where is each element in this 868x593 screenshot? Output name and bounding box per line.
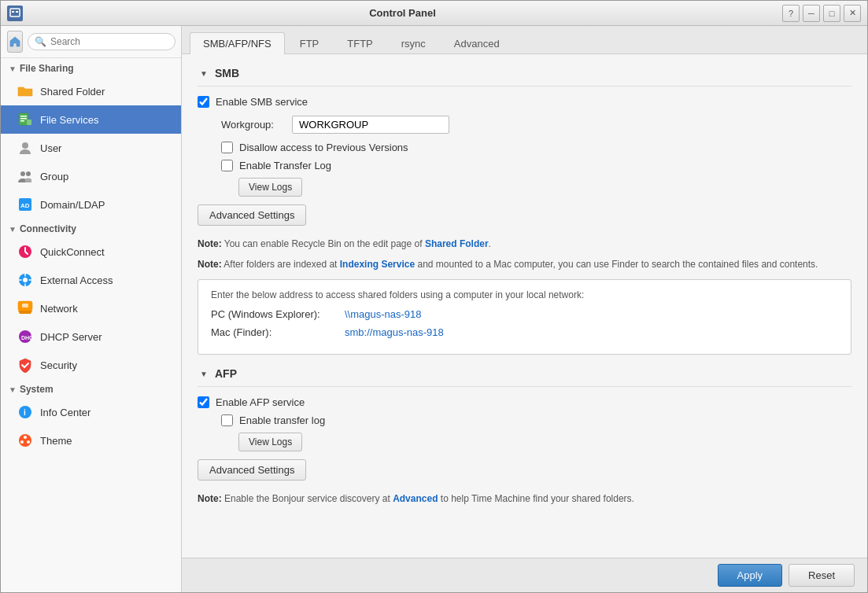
enable-smb-row: Enable SMB service [198,96,851,108]
svg-rect-4 [20,116,27,117]
sidebar-item-file-services[interactable]: File Services [1,105,181,134]
network-icon [17,300,34,317]
titlebar-left [7,6,23,21]
sidebar-item-security[interactable]: Security [1,351,181,379]
svg-text:DHCP: DHCP [21,335,33,341]
question-button[interactable]: ? [782,5,800,22]
sidebar-item-external-access[interactable]: External Access [1,266,181,294]
quickconnect-icon [17,243,34,260]
afp-view-logs-button[interactable]: View Logs [238,433,302,451]
system-header[interactable]: ▼ System [1,379,181,398]
smb-section-header: ▼ SMB [198,67,851,87]
sidebar: 🔍 ▼ File Sharing Shared Folder [1,26,182,592]
afp-note: Note: Enable the Bonjour service discove… [198,492,851,506]
control-panel-window: Control Panel ? ─ □ ✕ 🔍 [0,0,868,593]
svg-point-15 [23,278,28,282]
dhcp-icon: DHCP [17,328,34,345]
group-icon [17,168,34,185]
tab-tftp[interactable]: TFTP [334,32,386,54]
smb-note2: Note: After folders are indexed at Index… [198,257,851,271]
reset-button[interactable]: Reset [789,564,855,587]
content-panel: SMB/AFP/NFS FTP TFTP rsync Advanced ▼ SM… [182,26,867,592]
workgroup-input[interactable] [292,116,449,134]
theme-label: Theme [40,435,72,447]
folder-icon [17,83,34,100]
svg-rect-6 [20,120,24,122]
info-center-label: Info Center [40,407,90,418]
enable-afp-checkbox[interactable] [198,396,209,408]
sidebar-item-theme[interactable]: Theme [1,426,181,455]
afp-transfer-log-label: Enable transfer log [239,414,325,426]
enable-afp-row: Enable AFP service [198,396,851,408]
minimize-button[interactable]: ─ [803,5,820,22]
home-button[interactable] [7,31,23,53]
transfer-log-checkbox[interactable] [221,160,233,171]
close-button[interactable]: ✕ [844,5,861,22]
sidebar-item-domain-ldap[interactable]: AD Domain/LDAP [1,190,181,219]
svg-rect-0 [10,9,20,17]
sidebar-item-info-center[interactable]: i Info Center [1,398,181,426]
domain-icon: AD [17,196,34,213]
group-label: Group [40,171,68,182]
sidebar-item-quickconnect[interactable]: QuickConnect [1,238,181,266]
disallow-versions-label: Disallow access to Previous Versions [239,142,408,153]
sidebar-item-user[interactable]: User [1,134,181,162]
search-input[interactable] [50,36,168,47]
quickconnect-label: QuickConnect [40,246,105,258]
search-icon: 🔍 [35,36,46,47]
smb-advanced-settings-button[interactable]: Advanced Settings [198,204,306,226]
enable-smb-checkbox[interactable] [198,96,209,108]
svg-rect-2 [16,11,18,13]
sidebar-item-dhcp-server[interactable]: DHCP DHCP Server [1,322,181,351]
tab-smb-afp-nfs[interactable]: SMB/AFP/NFS [190,32,285,54]
note2-text: After folders are indexed at [222,259,340,270]
connectivity-section: ▼ Connectivity QuickConnect [1,219,181,351]
file-sharing-chevron: ▼ [9,64,17,73]
enable-afp-label: Enable AFP service [216,396,305,408]
external-access-icon [17,271,34,289]
note2-suffix: and mounted to a Mac computer, you can u… [415,259,818,270]
note2-prefix: Note: [198,259,222,270]
pc-label: PC (Windows Explorer): [211,308,329,320]
sidebar-item-shared-folder[interactable]: Shared Folder [1,77,181,105]
note2-link[interactable]: Indexing Service [340,259,415,270]
afp-note-link[interactable]: Advanced [393,493,438,504]
connectivity-header[interactable]: ▼ Connectivity [1,219,181,238]
user-icon [17,139,34,157]
window-title: Control Panel [23,7,782,19]
mac-value: smb://magus-nas-918 [345,326,444,338]
file-sharing-header[interactable]: ▼ File Sharing [1,58,181,77]
afp-transfer-log-checkbox[interactable] [221,414,233,426]
apply-button[interactable]: Apply [718,564,783,587]
disallow-versions-checkbox[interactable] [221,142,233,153]
external-access-label: External Access [40,274,113,286]
svg-point-25 [20,440,24,444]
sidebar-item-group[interactable]: Group [1,162,181,190]
smb-note1: Note: You can enable Recycle Bin on the … [198,237,851,251]
smb-view-logs-button[interactable]: View Logs [238,178,302,197]
pc-value: \\magus-nas-918 [345,308,422,320]
afp-transfer-log-row: Enable transfer log [198,414,851,426]
afp-section-title: AFP [215,367,237,380]
tab-ftp[interactable]: FTP [286,32,333,54]
pc-address-row: PC (Windows Explorer): \\magus-nas-918 [211,308,838,320]
tab-rsync[interactable]: rsync [388,32,439,54]
svg-rect-7 [27,120,31,125]
smb-collapse-btn[interactable]: ▼ [198,67,210,79]
security-icon [17,356,34,374]
sidebar-item-network[interactable]: Network [1,294,181,322]
file-services-icon [17,111,34,128]
tab-advanced[interactable]: Advanced [441,32,513,54]
restore-button[interactable]: □ [823,5,840,22]
enable-smb-label: Enable SMB service [216,96,308,108]
domain-ldap-label: Domain/LDAP [40,199,105,211]
svg-rect-5 [20,118,27,120]
note1-link[interactable]: Shared Folder [425,238,489,249]
afp-advanced-settings-button[interactable]: Advanced Settings [198,459,306,481]
svg-text:AD: AD [20,202,30,209]
svg-point-8 [22,142,28,149]
main-area: 🔍 ▼ File Sharing Shared Folder [1,26,867,592]
afp-collapse-btn[interactable]: ▼ [198,367,210,380]
svg-point-24 [27,440,30,444]
search-box: 🔍 [28,33,175,50]
